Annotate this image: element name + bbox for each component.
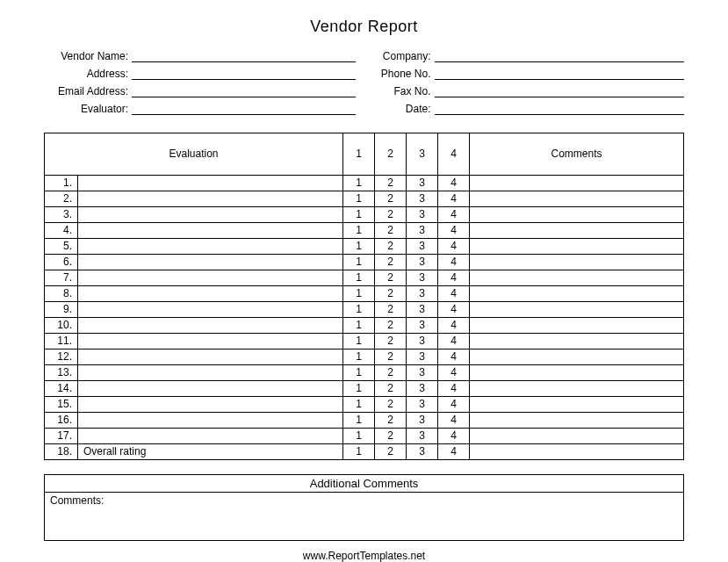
rating-cell-r4[interactable]: 4	[438, 255, 470, 270]
rating-cell-r1[interactable]: 1	[343, 270, 375, 286]
rating-cell-r2[interactable]: 2	[375, 318, 407, 334]
rating-cell-r4[interactable]: 4	[438, 413, 470, 429]
comments-cell[interactable]	[470, 176, 684, 191]
rating-cell-r4[interactable]: 4	[438, 223, 470, 239]
comments-cell[interactable]	[470, 318, 684, 334]
rating-cell-r1[interactable]: 1	[343, 349, 375, 365]
rating-cell-r1[interactable]: 1	[343, 397, 375, 413]
rating-cell-r1[interactable]: 1	[343, 381, 375, 397]
rating-cell-r3[interactable]: 3	[407, 176, 438, 191]
rating-cell-r1[interactable]: 1	[343, 365, 375, 381]
rating-cell-r3[interactable]: 3	[407, 334, 438, 349]
row-label[interactable]	[78, 286, 342, 301]
row-label[interactable]	[78, 191, 342, 206]
date-field[interactable]	[435, 101, 685, 115]
comments-cell[interactable]	[470, 223, 684, 239]
rating-cell-r4[interactable]: 4	[438, 381, 470, 397]
row-label[interactable]	[78, 223, 342, 238]
rating-cell-r1[interactable]: 1	[343, 176, 375, 191]
rating-cell-r2[interactable]: 2	[375, 223, 407, 239]
additional-comments-body[interactable]: Comments:	[45, 493, 683, 540]
comments-cell[interactable]	[470, 286, 684, 302]
email-field[interactable]	[132, 83, 356, 97]
row-label[interactable]	[78, 365, 342, 380]
rating-cell-r2[interactable]: 2	[375, 397, 407, 413]
rating-cell-r4[interactable]: 4	[438, 365, 470, 381]
row-label[interactable]	[78, 176, 342, 191]
rating-cell-r1[interactable]: 1	[343, 429, 375, 444]
company-field[interactable]	[435, 48, 685, 62]
rating-cell-r4[interactable]: 4	[438, 302, 470, 318]
rating-cell-r3[interactable]: 3	[407, 365, 438, 381]
rating-cell-r4[interactable]: 4	[438, 397, 470, 413]
rating-cell-r4[interactable]: 4	[438, 286, 470, 302]
comments-cell[interactable]	[470, 397, 684, 413]
row-label[interactable]	[78, 255, 342, 270]
row-label[interactable]	[78, 413, 342, 428]
rating-cell-r3[interactable]: 3	[407, 239, 438, 255]
rating-cell-r2[interactable]: 2	[375, 239, 407, 255]
row-label[interactable]	[78, 334, 342, 349]
rating-cell-r1[interactable]: 1	[343, 444, 375, 460]
row-label[interactable]	[78, 270, 342, 285]
rating-cell-r3[interactable]: 3	[407, 191, 438, 207]
comments-cell[interactable]	[470, 239, 684, 255]
address-field[interactable]	[132, 66, 356, 80]
rating-cell-r4[interactable]: 4	[438, 444, 470, 460]
rating-cell-r2[interactable]: 2	[375, 413, 407, 429]
row-label[interactable]	[78, 349, 342, 364]
rating-cell-r4[interactable]: 4	[438, 239, 470, 255]
rating-cell-r3[interactable]: 3	[407, 318, 438, 334]
comments-cell[interactable]	[470, 429, 684, 444]
comments-cell[interactable]	[470, 270, 684, 286]
rating-cell-r2[interactable]: 2	[375, 191, 407, 207]
rating-cell-r1[interactable]: 1	[343, 239, 375, 255]
rating-cell-r1[interactable]: 1	[343, 334, 375, 349]
rating-cell-r3[interactable]: 3	[407, 302, 438, 318]
rating-cell-r2[interactable]: 2	[375, 302, 407, 318]
rating-cell-r3[interactable]: 3	[407, 286, 438, 302]
rating-cell-r1[interactable]: 1	[343, 255, 375, 270]
rating-cell-r2[interactable]: 2	[375, 429, 407, 444]
rating-cell-r1[interactable]: 1	[343, 413, 375, 429]
rating-cell-r2[interactable]: 2	[375, 334, 407, 349]
rating-cell-r2[interactable]: 2	[375, 349, 407, 365]
comments-cell[interactable]	[470, 302, 684, 318]
rating-cell-r3[interactable]: 3	[407, 223, 438, 239]
rating-cell-r3[interactable]: 3	[407, 429, 438, 444]
rating-cell-r3[interactable]: 3	[407, 207, 438, 223]
rating-cell-r3[interactable]: 3	[407, 413, 438, 429]
rating-cell-r4[interactable]: 4	[438, 270, 470, 286]
rating-cell-r4[interactable]: 4	[438, 176, 470, 191]
rating-cell-r3[interactable]: 3	[407, 349, 438, 365]
rating-cell-r3[interactable]: 3	[407, 397, 438, 413]
comments-cell[interactable]	[470, 381, 684, 397]
rating-cell-r2[interactable]: 2	[375, 286, 407, 302]
row-label[interactable]	[78, 207, 342, 222]
phone-field[interactable]	[435, 66, 685, 80]
rating-cell-r4[interactable]: 4	[438, 334, 470, 349]
comments-cell[interactable]	[470, 255, 684, 270]
comments-cell[interactable]	[470, 349, 684, 365]
row-label[interactable]	[78, 318, 342, 333]
fax-field[interactable]	[435, 83, 685, 97]
row-label[interactable]	[78, 239, 342, 254]
rating-cell-r2[interactable]: 2	[375, 255, 407, 270]
row-label[interactable]	[78, 381, 342, 396]
row-label[interactable]	[78, 302, 342, 317]
comments-cell[interactable]	[470, 365, 684, 381]
comments-cell[interactable]	[470, 444, 684, 460]
rating-cell-r4[interactable]: 4	[438, 318, 470, 334]
rating-cell-r2[interactable]: 2	[375, 176, 407, 191]
rating-cell-r3[interactable]: 3	[407, 255, 438, 270]
rating-cell-r2[interactable]: 2	[375, 444, 407, 460]
rating-cell-r2[interactable]: 2	[375, 365, 407, 381]
rating-cell-r1[interactable]: 1	[343, 207, 375, 223]
rating-cell-r4[interactable]: 4	[438, 207, 470, 223]
rating-cell-r1[interactable]: 1	[343, 286, 375, 302]
rating-cell-r2[interactable]: 2	[375, 381, 407, 397]
row-label[interactable]: Overall rating	[78, 444, 342, 459]
rating-cell-r4[interactable]: 4	[438, 429, 470, 444]
comments-cell[interactable]	[470, 413, 684, 429]
rating-cell-r2[interactable]: 2	[375, 270, 407, 286]
